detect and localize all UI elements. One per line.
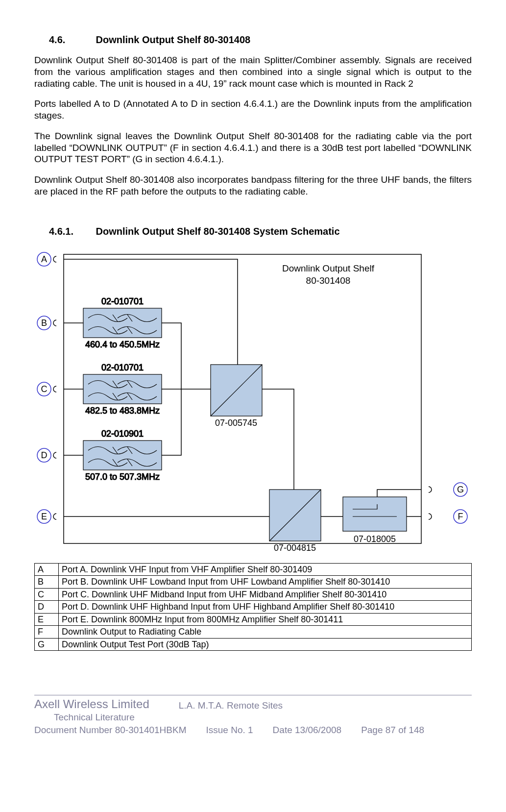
port-desc: Port D. Downlink UHF Highband Input from… (59, 601, 472, 614)
table-row: FDownlink Output to Radiating Cable (35, 626, 472, 639)
footer-technical-literature: Technical Literature (34, 712, 472, 723)
port-key: G (35, 638, 59, 651)
port-key: C (35, 588, 59, 601)
paragraph-3: The Downlink signal leaves the Downlink … (34, 130, 472, 165)
svg-text:02-010701: 02-010701 (101, 296, 144, 306)
table-row: CPort C. Downlink UHF Midband Input from… (35, 588, 472, 601)
footer-remote-sites: L.A. M.T.A. Remote Sites (179, 700, 283, 711)
footer-date: Date 13/06/2008 (273, 725, 342, 736)
paragraph-2: Ports labelled A to D (Annotated A to D … (34, 98, 472, 122)
svg-text:507.0 to 507.3MHz: 507.0 to 507.3MHz (85, 472, 160, 482)
svg-text:80-301408: 80-301408 (306, 275, 351, 286)
section-number: 4.6. (49, 34, 93, 46)
svg-text:07-005745: 07-005745 (215, 418, 257, 428)
subsection-number: 4.6.1. (49, 226, 93, 237)
footer-issue: Issue No. 1 (206, 725, 253, 736)
subsection-heading: 4.6.1. Downlink Output Shelf 80-301408 S… (34, 226, 472, 237)
svg-text:460.4 to 450.5MHz: 460.4 to 450.5MHz (85, 340, 160, 349)
port-key: D (35, 601, 59, 614)
svg-text:E: E (41, 512, 47, 521)
svg-text:A: A (41, 254, 47, 264)
paragraph-1: Downlink Output Shelf 80-301408 is part … (34, 54, 472, 89)
port-key: B (35, 576, 59, 589)
paragraph-4: Downlink Output Shelf 80-301408 also inc… (34, 174, 472, 197)
table-row: BPort B. Downlink UHF Lowband Input from… (35, 576, 472, 589)
svg-text:C: C (41, 384, 48, 394)
svg-text:G: G (457, 485, 464, 494)
table-row: GDownlink Output Test Port (30dB Tap) (35, 638, 472, 651)
table-row: DPort D. Downlink UHF Highband Input fro… (35, 601, 472, 614)
section-title: Downlink Output Shelf 80-301408 (96, 34, 251, 45)
port-desc: Port B. Downlink UHF Lowband Input from … (59, 576, 472, 589)
footer-doc-number: Document Number 80-301401HBKM (34, 725, 187, 736)
table-row: EPort E. Downlink 800MHz Input from 800M… (35, 613, 472, 626)
svg-text:02-010901: 02-010901 (101, 429, 144, 439)
footer-brand: Axell Wireless Limited (34, 697, 149, 711)
port-desc: Port C. Downlink UHF Midband Input from … (59, 588, 472, 601)
svg-text:F: F (458, 512, 463, 521)
port-desc: Port E. Downlink 800MHz Input from 800MH… (59, 613, 472, 626)
svg-text:Downlink Output Shelf: Downlink Output Shelf (282, 263, 375, 273)
port-desc: Downlink Output Test Port (30dB Tap) (59, 638, 472, 651)
port-key: F (35, 626, 59, 639)
svg-text:482.5 to 483.8MHz: 482.5 to 483.8MHz (85, 406, 160, 416)
footer-page: Page 87 of 148 (361, 725, 424, 736)
system-schematic-diagram: Downlink Output Shelf 80-301408 A B C D … (34, 249, 472, 553)
table-row: APort A. Downlink VHF Input from VHF Amp… (35, 563, 472, 576)
svg-text:D: D (41, 450, 48, 460)
svg-text:07-004815: 07-004815 (274, 543, 316, 553)
svg-text:B: B (41, 318, 47, 328)
port-legend-table: APort A. Downlink VHF Input from VHF Amp… (34, 563, 472, 651)
port-desc: Downlink Output to Radiating Cable (59, 626, 472, 639)
page-footer: Axell Wireless Limited L.A. M.T.A. Remot… (0, 695, 506, 750)
svg-rect-44 (343, 497, 407, 531)
port-desc: Port A. Downlink VHF Input from VHF Ampl… (59, 563, 472, 576)
svg-text:07-018005: 07-018005 (354, 534, 396, 544)
port-key: A (35, 563, 59, 576)
svg-text:02-010701: 02-010701 (101, 363, 144, 372)
subsection-title: Downlink Output Shelf 80-301408 System S… (96, 226, 340, 237)
section-heading: 4.6. Downlink Output Shelf 80-301408 (34, 34, 472, 46)
port-key: E (35, 613, 59, 626)
